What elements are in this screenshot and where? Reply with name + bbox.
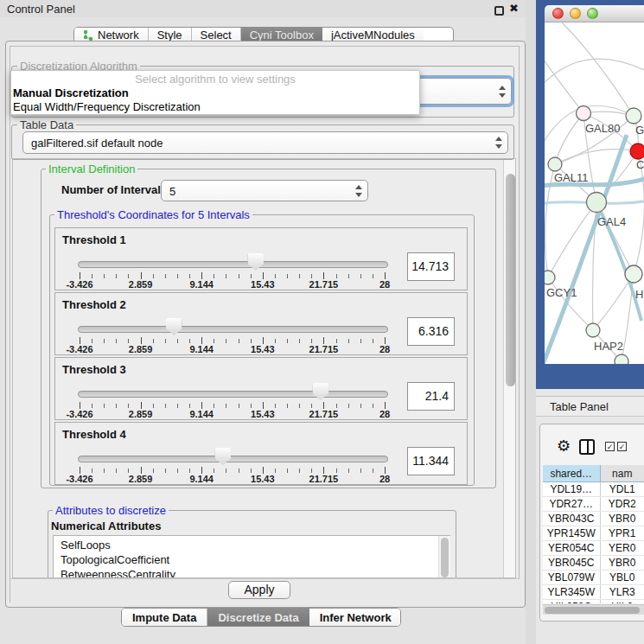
- table-hscrollbar[interactable]: [543, 604, 644, 615]
- svg-text:H: H: [635, 288, 643, 301]
- network-window-titlebar[interactable]: [545, 5, 644, 22]
- threshold-4-panel: Threshold 4 -3.4262.8599.14415.4321.7152…: [54, 422, 468, 485]
- threshold-2-panel: Threshold 2 -3.4262.8599.14415.4321.7152…: [54, 292, 468, 355]
- interval-definition-title: Interval Definition: [46, 163, 137, 175]
- numerical-attributes-list: SelfLoops TopologicalCoefficient Between…: [53, 535, 450, 578]
- list-scrollbar-thumb[interactable]: [441, 538, 449, 577]
- table-row[interactable]: YIL052CYIL0: [543, 600, 644, 603]
- svg-text:GA: GA: [635, 124, 644, 137]
- table-row[interactable]: YLR345WYLR3: [543, 585, 644, 600]
- svg-text:C: C: [636, 158, 644, 171]
- major-ticks: [80, 402, 385, 409]
- svg-text:GAL4: GAL4: [597, 215, 626, 228]
- threshold-4-label: Threshold 4: [62, 428, 126, 441]
- node-gal4: [587, 193, 607, 213]
- table-data-groupbox: [11, 124, 514, 160]
- settings-scrollbar-thumb[interactable]: [506, 174, 515, 386]
- numerical-attributes-label: Numerical Attributes: [51, 520, 161, 532]
- axis-tick-labels: -3.4262.8599.14415.4321.71528: [80, 279, 385, 290]
- node-attribute-table: shared… nam YDL19…YDL1 YDR27…YDR2 YBR043…: [543, 465, 644, 603]
- apply-button[interactable]: Apply: [228, 581, 290, 599]
- number-of-intervals-combobox[interactable]: 5: [161, 180, 368, 201]
- gear-icon[interactable]: ⚙: [557, 437, 571, 456]
- checkbox-icon[interactable]: ✓: [617, 442, 627, 451]
- threshold-2-slider-handle[interactable]: [166, 318, 182, 335]
- node-gal11: [548, 157, 562, 171]
- major-ticks: [80, 337, 385, 344]
- stepper-icon: [498, 86, 506, 98]
- table-row[interactable]: YBR045CYBR0: [543, 556, 644, 571]
- table-row[interactable]: YBR043CYBR0: [543, 512, 644, 526]
- network-icon: [83, 29, 94, 41]
- number-of-intervals-label: Number of Intervals: [61, 183, 167, 196]
- axis-tick-labels: -3.4262.8599.14415.4321.71528: [80, 474, 385, 484]
- threshold-3-value-field[interactable]: 21.4: [407, 382, 455, 411]
- settings-scrollbar[interactable]: [503, 159, 516, 578]
- threshold-2-label: Threshold 2: [62, 298, 126, 311]
- svg-text:HAP2: HAP2: [594, 340, 623, 353]
- stepper-icon: [354, 185, 362, 197]
- table-panel-header: Table Panel: [536, 396, 644, 417]
- network-view-canvas[interactable]: GAL80 GA C GAL11 GAL4 GCY1 H HAP2: [545, 22, 644, 364]
- threshold-4-slider-handle[interactable]: [214, 448, 231, 465]
- axis-tick-labels: -3.4262.8599.14415.4321.71528: [80, 344, 385, 354]
- threshold-1-panel: Threshold 1 -3.4262.8599.14415.4321.7152…: [54, 227, 468, 290]
- dropdown-option-manual[interactable]: Manual Discretization: [13, 86, 129, 99]
- node-h: [625, 265, 642, 283]
- close-icon[interactable]: ✖: [509, 2, 519, 15]
- checkbox-icon[interactable]: ✓: [605, 442, 615, 451]
- table-panel-title: Table Panel: [550, 400, 609, 413]
- node-ga: [626, 108, 641, 124]
- list-item[interactable]: TopologicalCoefficient: [61, 553, 169, 566]
- tab-discretize-data[interactable]: Discretize Data: [207, 609, 309, 626]
- dropdown-option-equal-width[interactable]: Equal Width/Frequency Discretization: [13, 100, 201, 113]
- settings-scroll-viewport: Interval Definition Number of Intervals …: [12, 158, 516, 578]
- minimize-traffic-light[interactable]: [570, 8, 581, 19]
- threshold-2-value-field[interactable]: 6.316: [407, 317, 455, 346]
- list-item[interactable]: BetweennessCentrality: [61, 568, 175, 578]
- threshold-1-slider-handle[interactable]: [247, 253, 264, 271]
- float-window-icon[interactable]: [494, 6, 504, 16]
- axis-tick-labels: -3.4262.8599.14415.4321.71528: [80, 409, 385, 419]
- column-header-name[interactable]: nam: [601, 465, 644, 481]
- svg-text:GCY1: GCY1: [546, 286, 577, 299]
- list-item[interactable]: SelfLoops: [61, 539, 111, 552]
- network-edges: [545, 22, 644, 361]
- thresholds-group-title: Threshold's Coordinates for 5 Intervals: [54, 208, 252, 221]
- window-title: Control Panel: [7, 3, 75, 16]
- node-hap2: [586, 323, 600, 337]
- table-data-group-title: Table Data: [17, 118, 76, 131]
- svg-text:GAL11: GAL11: [554, 171, 589, 184]
- node-red-selected: [630, 143, 644, 159]
- table-row[interactable]: YBL079WYBL0: [543, 571, 644, 585]
- node-partial: [615, 354, 628, 364]
- node-gal80: [577, 106, 591, 121]
- svg-text:GAL80: GAL80: [585, 122, 620, 135]
- tab-impute-data[interactable]: Impute Data: [122, 609, 207, 626]
- list-scrollbar[interactable]: [438, 536, 450, 578]
- table-header-row: shared… nam: [543, 465, 644, 482]
- table-row[interactable]: YER054CYER0: [543, 541, 644, 556]
- table-row[interactable]: YDR27…YDR2: [543, 497, 644, 512]
- major-ticks: [80, 272, 385, 279]
- major-ticks: [80, 467, 385, 474]
- table-row[interactable]: YDL19…YDL1: [543, 482, 644, 497]
- table-hscrollbar-thumb[interactable]: [545, 607, 640, 614]
- table-row[interactable]: YPR145WYPR1: [543, 526, 644, 541]
- attributes-group-title: Attributes to discretize: [53, 504, 169, 517]
- close-traffic-light[interactable]: [552, 8, 564, 19]
- threshold-3-slider-handle[interactable]: [312, 383, 328, 400]
- algorithm-dropdown-popup: Select algorithm to view settings Manual…: [10, 70, 420, 115]
- zoom-traffic-light[interactable]: [587, 8, 598, 19]
- dropdown-prompt: Select algorithm to view settings: [11, 73, 419, 86]
- titlebar: Control Panel ✖: [0, 0, 527, 17]
- tab-infer-network[interactable]: Infer Network: [309, 609, 401, 626]
- split-view-icon[interactable]: [579, 439, 595, 455]
- threshold-4-value-field[interactable]: 11.344: [407, 447, 455, 475]
- threshold-1-value-field[interactable]: 14.713: [407, 252, 455, 281]
- bottom-tabbar: Impute Data Discretize Data Infer Networ…: [121, 608, 401, 627]
- control-panel-window: Control Panel ✖ Network Style Select Cyn…: [0, 0, 644, 644]
- column-header-shared-name[interactable]: shared…: [543, 465, 601, 481]
- number-of-intervals-value: 5: [169, 184, 175, 197]
- threshold-3-label: Threshold 3: [62, 363, 126, 376]
